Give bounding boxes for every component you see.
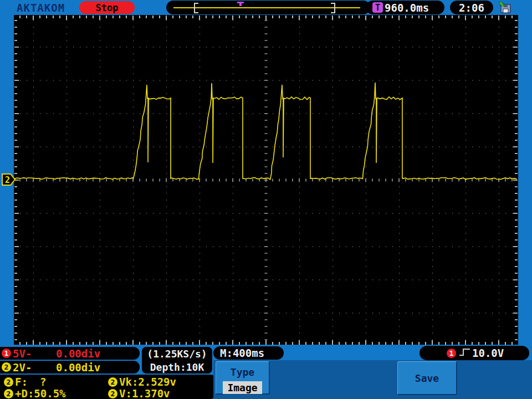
measurement-channel-badge: 2 [4, 377, 13, 387]
timebase-label: M:400ms [220, 347, 264, 359]
channel2-position-marker: 2 [2, 173, 16, 188]
measurement-channel-badge: 2 [108, 377, 117, 387]
type-button[interactable]: Type Image [216, 361, 270, 395]
channel2-scale: 2V- [13, 361, 56, 374]
clock: 2:06 [450, 1, 493, 14]
rising-edge-icon [459, 347, 471, 360]
measurement-channel-badge: 2 [108, 389, 117, 398]
scope-graticule-and-trace [14, 15, 518, 345]
measurement-label: Vk: [119, 376, 138, 388]
measurement-value: 50.5% [34, 387, 65, 399]
channel1-scale: 5V- [13, 347, 56, 360]
measurement-vk: 2 Vk: 2.529v [106, 376, 176, 388]
measurement-frequency: 2 F: ? [2, 376, 46, 388]
measurement-channel-badge: 2 [4, 389, 13, 398]
measurement-value: 2.529v [138, 376, 176, 388]
save-button[interactable]: Save [397, 361, 457, 395]
measurements-block: 2 F: ? 2 Vk: 2.529v 2 +D: 50.5% 2 V: 1.3… [0, 375, 216, 399]
channel2-position: 0.00div [56, 361, 100, 374]
channel1-position: 0.00div [56, 347, 100, 360]
save-button-label: Save [415, 372, 439, 384]
type-button-label: Type [216, 366, 269, 378]
horizontal-position-indicator [166, 1, 370, 14]
run-state-badge[interactable]: Stop [79, 1, 135, 14]
acquisition-info-block: (1.25KS/s) Depth:10K [142, 347, 212, 374]
measurement-value: ? [40, 376, 46, 388]
trigger-time-value: 960.0ms [385, 2, 429, 14]
trigger-level-value: 10.0V [472, 347, 504, 359]
measurement-value: 1.370v [132, 387, 170, 399]
right-bracket-icon [331, 3, 335, 13]
channel1-badge: 1 [2, 349, 11, 358]
soft-menu-panel: Type Image Save [213, 360, 532, 399]
memory-depth-label: Depth:10K [150, 361, 204, 373]
trigger-status-badge: 1 10.0V [420, 346, 529, 360]
run-state-label: Stop [96, 2, 119, 13]
timebase-badge: M:400ms [213, 346, 284, 360]
measurement-label: +D: [15, 387, 34, 399]
left-bracket-icon [194, 3, 198, 13]
measurement-voltage: 2 V: 1.370v [106, 387, 170, 399]
waveform-display [14, 15, 518, 345]
channel1-status-row: 1 5V- 0.00div [0, 347, 140, 360]
trigger-position-icon [237, 2, 244, 6]
trigger-source-badge: 1 [447, 349, 456, 358]
channel2-badge: 2 [2, 362, 11, 372]
brand-label: AKTAKOM [17, 2, 65, 14]
measurement-label: F: [15, 376, 28, 388]
measurement-label: V: [119, 387, 132, 399]
trigger-icon: T [372, 2, 383, 13]
channel2-marker-label: 2 [5, 175, 10, 185]
sample-rate-label: (1.25KS/s) [147, 348, 207, 360]
trigger-time-badge: T 960.0ms [366, 1, 444, 14]
measurement-duty: 2 +D: 50.5% [2, 387, 66, 399]
storage-icon [498, 1, 513, 17]
channel2-status-row: 2 2V- 0.00div [0, 361, 140, 374]
type-selected-option[interactable]: Image [223, 381, 262, 394]
